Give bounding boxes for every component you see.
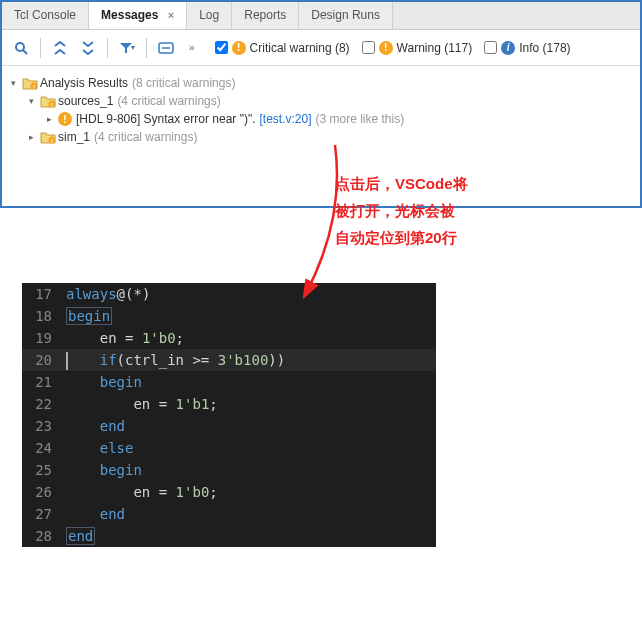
code-line[interactable]: 26 en = 1'b0; bbox=[22, 481, 436, 503]
filter-label: Critical warning (8) bbox=[250, 41, 350, 55]
overflow-button[interactable]: » bbox=[189, 42, 195, 53]
line-number: 19 bbox=[22, 327, 66, 349]
tree-label: Analysis Results bbox=[40, 76, 128, 90]
filter-label: Info (178) bbox=[519, 41, 570, 55]
svg-text:!: ! bbox=[51, 102, 53, 108]
code-line[interactable]: 19 en = 1'b0; bbox=[22, 327, 436, 349]
filter-info[interactable]: i Info (178) bbox=[484, 41, 570, 55]
line-number: 26 bbox=[22, 481, 66, 503]
code-line[interactable]: 28end bbox=[22, 525, 436, 547]
tree-meta: (8 critical warnings) bbox=[132, 76, 235, 90]
line-number: 21 bbox=[22, 371, 66, 393]
annotation-line: 被打开，光标会被 bbox=[335, 197, 468, 224]
chevron-right-icon[interactable]: ▸ bbox=[26, 132, 36, 142]
code-line[interactable]: 27 end bbox=[22, 503, 436, 525]
separator bbox=[146, 38, 147, 58]
collapse-all-button[interactable] bbox=[47, 35, 73, 61]
info-icon: i bbox=[501, 41, 515, 55]
tree-node-message[interactable]: ▸ ! [HDL 9-806] Syntax error near ")". [… bbox=[8, 110, 634, 128]
tab-log[interactable]: Log bbox=[187, 2, 232, 29]
svg-line-1 bbox=[23, 50, 27, 54]
annotation-text: 点击后，VSCode将 被打开，光标会被 自动定位到第20行 bbox=[335, 170, 468, 251]
tree-label: sources_1 bbox=[58, 94, 113, 108]
filter-label: Warning (117) bbox=[397, 41, 473, 55]
code-line[interactable]: 23 end bbox=[22, 415, 436, 437]
tree-node-analysis-results[interactable]: ▾ ! Analysis Results (8 critical warning… bbox=[8, 74, 634, 92]
code-line[interactable]: 24 else bbox=[22, 437, 436, 459]
critical-warning-icon: ! bbox=[232, 41, 246, 55]
tab-reports[interactable]: Reports bbox=[232, 2, 299, 29]
line-number: 27 bbox=[22, 503, 66, 525]
line-number: 23 bbox=[22, 415, 66, 437]
svg-point-0 bbox=[16, 43, 24, 51]
svg-text:!: ! bbox=[33, 84, 35, 90]
tree-node-sources[interactable]: ▾ ! sources_1 (4 critical warnings) bbox=[8, 92, 634, 110]
critical-warning-icon: ! bbox=[58, 112, 72, 126]
search-button[interactable] bbox=[8, 35, 34, 61]
chevron-right-icon[interactable]: ▸ bbox=[44, 114, 54, 124]
code-content[interactable]: begin bbox=[66, 371, 436, 393]
code-line[interactable]: 20 if(ctrl_in >= 3'b100)) bbox=[22, 349, 436, 371]
code-line[interactable]: 25 begin bbox=[22, 459, 436, 481]
message-text: [HDL 9-806] Syntax error near ")". bbox=[76, 112, 255, 126]
tab-label: Messages bbox=[101, 8, 158, 22]
expand-all-button[interactable] bbox=[75, 35, 101, 61]
tab-bar: Tcl Console Messages × Log Reports Desig… bbox=[2, 2, 640, 30]
tab-design-runs[interactable]: Design Runs bbox=[299, 2, 393, 29]
code-content[interactable]: en = 1'b1; bbox=[66, 393, 436, 415]
tab-tcl-console[interactable]: Tcl Console bbox=[2, 2, 89, 29]
code-content[interactable]: en = 1'b0; bbox=[66, 481, 436, 503]
tree-meta: (4 critical warnings) bbox=[94, 130, 197, 144]
checkbox-warning[interactable] bbox=[362, 41, 375, 54]
checkbox-critical[interactable] bbox=[215, 41, 228, 54]
code-line[interactable]: 18begin bbox=[22, 305, 436, 327]
code-content[interactable]: if(ctrl_in >= 3'b100)) bbox=[66, 349, 436, 371]
checkbox-info[interactable] bbox=[484, 41, 497, 54]
code-content[interactable]: begin bbox=[66, 305, 436, 327]
code-line[interactable]: 17always@(*) bbox=[22, 283, 436, 305]
tree-node-sim[interactable]: ▸ ! sim_1 (4 critical warnings) bbox=[8, 128, 634, 146]
filter-button[interactable]: ▾ bbox=[114, 35, 140, 61]
folder-icon: ! bbox=[22, 77, 36, 89]
tree-meta: (3 more like this) bbox=[316, 112, 405, 126]
annotation-line: 点击后，VSCode将 bbox=[335, 170, 468, 197]
line-number: 20 bbox=[22, 349, 66, 371]
tree-label: sim_1 bbox=[58, 130, 90, 144]
code-content[interactable]: else bbox=[66, 437, 436, 459]
code-content[interactable]: en = 1'b0; bbox=[66, 327, 436, 349]
group-button[interactable] bbox=[153, 35, 179, 61]
annotation-line: 自动定位到第20行 bbox=[335, 224, 468, 251]
code-content[interactable]: end bbox=[66, 415, 436, 437]
line-number: 18 bbox=[22, 305, 66, 327]
tab-messages[interactable]: Messages × bbox=[89, 2, 187, 29]
folder-icon: ! bbox=[40, 95, 54, 107]
code-line[interactable]: 22 en = 1'b1; bbox=[22, 393, 436, 415]
toolbar: ▾ » ! Critical warning (8) ! Warning (11… bbox=[2, 30, 640, 66]
svg-text:!: ! bbox=[51, 138, 53, 144]
separator bbox=[107, 38, 108, 58]
filter-critical-warning[interactable]: ! Critical warning (8) bbox=[215, 41, 350, 55]
line-number: 24 bbox=[22, 437, 66, 459]
line-number: 22 bbox=[22, 393, 66, 415]
messages-panel: Tcl Console Messages × Log Reports Desig… bbox=[0, 0, 642, 208]
code-line[interactable]: 21 begin bbox=[22, 371, 436, 393]
code-content[interactable]: always@(*) bbox=[66, 283, 436, 305]
chevron-down-icon[interactable]: ▾ bbox=[26, 96, 36, 106]
separator bbox=[40, 38, 41, 58]
line-number: 28 bbox=[22, 525, 66, 547]
line-number: 17 bbox=[22, 283, 66, 305]
warning-icon: ! bbox=[379, 41, 393, 55]
code-editor[interactable]: 17always@(*)18begin19 en = 1'b0;20 if(ct… bbox=[22, 283, 436, 547]
tree-meta: (4 critical warnings) bbox=[117, 94, 220, 108]
line-number: 25 bbox=[22, 459, 66, 481]
folder-icon: ! bbox=[40, 131, 54, 143]
chevron-down-icon[interactable]: ▾ bbox=[8, 78, 18, 88]
close-icon[interactable]: × bbox=[168, 9, 174, 21]
filter-warning[interactable]: ! Warning (117) bbox=[362, 41, 473, 55]
code-content[interactable]: end bbox=[66, 525, 436, 547]
code-content[interactable]: end bbox=[66, 503, 436, 525]
message-tree: ▾ ! Analysis Results (8 critical warning… bbox=[2, 66, 640, 206]
code-content[interactable]: begin bbox=[66, 459, 436, 481]
file-link[interactable]: [test.v:20] bbox=[259, 112, 311, 126]
